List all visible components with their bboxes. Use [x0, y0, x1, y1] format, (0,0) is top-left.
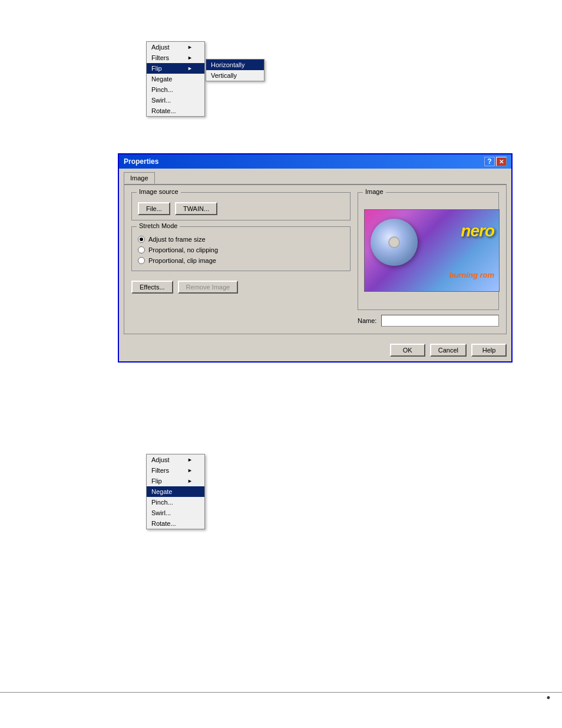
flip-submenu: Horizontally Vertically: [206, 59, 265, 81]
bottom-bullet: •: [547, 692, 550, 704]
cd-graphic: [371, 219, 418, 266]
image-group-label: Image: [363, 188, 386, 195]
arrow-icon: ►: [187, 55, 193, 61]
preview-text-nero: nero: [461, 222, 494, 241]
file-button[interactable]: File...: [138, 202, 170, 215]
titlebar-buttons: ? ✕: [484, 157, 507, 166]
effects-button[interactable]: Effects...: [131, 281, 173, 294]
remove-image-button[interactable]: Remove Image: [178, 281, 239, 294]
flip-vertically[interactable]: Vertically: [206, 70, 264, 81]
menu2-filters[interactable]: Filters ►: [147, 465, 204, 476]
menu1-flip[interactable]: Flip ►: [147, 63, 204, 74]
preview-text-sub: burning rom: [449, 271, 494, 279]
menu2-flip[interactable]: Flip ►: [147, 476, 204, 486]
name-input[interactable]: [381, 315, 499, 327]
menu2-swirl[interactable]: Swirl...: [147, 508, 204, 518]
help-titlebar-button[interactable]: ?: [484, 157, 495, 166]
menu1-adjust[interactable]: Adjust ►: [147, 42, 204, 52]
radio-proportional-clip[interactable]: Proportional, clip image: [138, 255, 344, 266]
image-preview-group: Image nero burning rom: [358, 192, 499, 310]
image-source-label: Image source: [137, 188, 181, 195]
dialog-right-panel: Image nero burning rom Name:: [358, 192, 499, 327]
arrow-icon: ►: [187, 457, 193, 463]
stretch-mode-options: Adjust to frame size Proportional, no cl…: [138, 234, 344, 266]
source-buttons: File... TWAIN...: [138, 202, 344, 215]
arrow-icon: ►: [187, 65, 193, 71]
menu1-rotate[interactable]: Rotate...: [147, 106, 204, 116]
menu1-pinch[interactable]: Pinch...: [147, 84, 204, 95]
arrow-icon: ►: [187, 44, 193, 50]
dialog-tabs: Image: [119, 169, 511, 184]
name-row: Name:: [358, 315, 499, 327]
menu1-filters[interactable]: Filters ►: [147, 52, 204, 63]
menu1-swirl[interactable]: Swirl...: [147, 95, 204, 106]
bottom-divider: [0, 692, 562, 693]
menu2-adjust[interactable]: Adjust ►: [147, 454, 204, 465]
menu1-negate[interactable]: Negate: [147, 74, 204, 84]
properties-dialog: Properties ? ✕ Image Image source File..…: [118, 153, 513, 363]
image-preview: nero burning rom: [364, 209, 500, 292]
ok-button[interactable]: OK: [390, 344, 425, 357]
dialog-titlebar: Properties ? ✕: [119, 154, 511, 169]
help-button[interactable]: Help: [471, 344, 507, 357]
flip-horizontally[interactable]: Horizontally: [206, 60, 264, 70]
tab-image[interactable]: Image: [124, 172, 155, 184]
close-titlebar-button[interactable]: ✕: [496, 157, 507, 166]
radio-adjust-circle: [138, 236, 145, 243]
menu2-negate[interactable]: Negate: [147, 486, 204, 497]
dialog-content: Image source File... TWAIN... Stretch Mo…: [124, 184, 507, 334]
arrow-icon: ►: [187, 467, 193, 473]
radio-proportional-no-clip-circle: [138, 246, 145, 253]
cancel-button[interactable]: Cancel: [430, 344, 467, 357]
effects-actions-row: Effects... Remove Image: [131, 281, 351, 294]
name-label: Name:: [358, 317, 376, 324]
menu2-pinch[interactable]: Pinch...: [147, 497, 204, 508]
stretch-mode-label: Stretch Mode: [137, 222, 180, 229]
radio-proportional-no-clip[interactable]: Proportional, no clipping: [138, 245, 344, 255]
twain-button[interactable]: TWAIN...: [175, 202, 217, 215]
stretch-mode-group: Stretch Mode Adjust to frame size Propor…: [131, 226, 351, 271]
dialog-bottom-buttons: OK Cancel Help: [119, 339, 511, 361]
dialog-left-panel: Image source File... TWAIN... Stretch Mo…: [131, 192, 351, 327]
radio-adjust[interactable]: Adjust to frame size: [138, 234, 344, 245]
image-source-group: Image source File... TWAIN...: [131, 192, 351, 220]
context-menu-2: Adjust ► Filters ► Flip ► Negate Pinch..…: [146, 454, 205, 529]
arrow-icon: ►: [187, 478, 193, 484]
radio-proportional-clip-circle: [138, 257, 145, 264]
menu2-rotate[interactable]: Rotate...: [147, 518, 204, 529]
dialog-title: Properties: [124, 157, 158, 166]
context-menu-1: Adjust ► Filters ► Flip ► Negate Pinch..…: [146, 41, 205, 117]
